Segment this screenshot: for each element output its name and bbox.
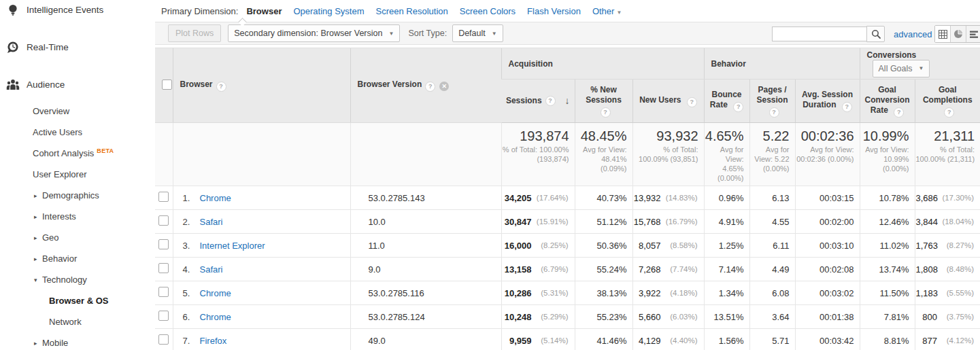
sidebar-item-user-explorer[interactable]: User Explorer bbox=[0, 164, 155, 185]
browser-link[interactable]: Internet Explorer bbox=[200, 241, 265, 251]
tab-screen-colors[interactable]: Screen Colors bbox=[460, 6, 516, 16]
goal-conv-rate-cell: 11.50% bbox=[860, 281, 915, 305]
table-row: 4.Safari 9.0 13,158(6.79%) 55.24% 7,268(… bbox=[155, 258, 980, 281]
column-header-browser[interactable]: Browser? bbox=[173, 48, 350, 123]
browser-link[interactable]: Firefox bbox=[200, 336, 227, 346]
performance-view-button[interactable] bbox=[966, 26, 980, 42]
goals-selector-dropdown[interactable]: All Goals ▼ bbox=[873, 60, 930, 77]
browser-link[interactable]: Safari bbox=[200, 264, 223, 275]
tab-flash-version[interactable]: Flash Version bbox=[527, 6, 581, 16]
help-icon[interactable]: ? bbox=[425, 82, 435, 92]
search-button[interactable] bbox=[866, 26, 885, 42]
totals-avg-duration: 00:02:36Avg for View: 00:02:36 (0.00%) bbox=[795, 123, 860, 186]
column-header-browser-version[interactable]: Browser Version?✕ bbox=[350, 48, 501, 123]
chevron-right-icon: ▸ bbox=[34, 340, 41, 347]
row-checkbox[interactable] bbox=[158, 239, 169, 249]
sidebar-item-demographics[interactable]: ▸Demographics bbox=[0, 185, 155, 206]
view-toggle-group bbox=[934, 25, 980, 43]
column-header-new-users[interactable]: New Users ? bbox=[632, 80, 704, 123]
sidebar-item-real-time[interactable]: Real-Time bbox=[0, 37, 155, 75]
chevron-down-icon: ▾ bbox=[34, 277, 41, 283]
sidebar-item-intelligence-events[interactable]: Intelligence Events bbox=[0, 0, 155, 37]
column-header-avg-duration[interactable]: Avg. Session Duration ? bbox=[795, 80, 860, 123]
new-sessions-cell: 51.12% bbox=[575, 210, 632, 234]
search-input[interactable] bbox=[772, 27, 867, 41]
sidebar-item-audience[interactable]: Audience bbox=[0, 75, 155, 101]
browser-link[interactable]: Safari bbox=[200, 217, 223, 227]
lightbulb-icon bbox=[5, 4, 20, 16]
plot-rows-button[interactable]: Plot Rows bbox=[168, 24, 221, 42]
goal-completions-cell: 3,686(17.30%) bbox=[915, 186, 980, 210]
table-row: 3.Internet Explorer 11.0 16,000(8.25%) 5… bbox=[155, 234, 980, 258]
browser-link[interactable]: Chrome bbox=[200, 193, 231, 203]
column-header-sessions[interactable]: Sessions?↓ bbox=[501, 80, 575, 123]
table-row: 5.Chrome 53.0.2785.116 10,286(5.31%) 38.… bbox=[155, 281, 980, 305]
column-header-goal-conv-rate[interactable]: Goal Conversion Rate ? bbox=[860, 80, 915, 123]
help-icon[interactable]: ? bbox=[216, 82, 226, 92]
column-header-new-sessions[interactable]: % New Sessions ? bbox=[575, 80, 632, 123]
sidebar-item-interests[interactable]: ▸Interests bbox=[0, 206, 155, 227]
help-icon[interactable]: ? bbox=[733, 102, 743, 112]
browser-link[interactable]: Chrome bbox=[200, 288, 231, 298]
new-sessions-cell: 40.73% bbox=[575, 186, 632, 210]
pages-session-cell: 6.13 bbox=[749, 186, 795, 210]
tab-screen-resolution[interactable]: Screen Resolution bbox=[376, 6, 448, 16]
help-icon[interactable]: ? bbox=[545, 96, 556, 106]
row-rank: 1. bbox=[183, 193, 200, 203]
help-icon[interactable]: ? bbox=[842, 102, 852, 112]
pages-session-cell: 4.55 bbox=[749, 210, 795, 234]
sessions-cell: 16,000(8.25%) bbox=[501, 234, 575, 258]
table-row: 7.Firefox 49.0 9,959(5.14%) 41.46% 4,129… bbox=[155, 329, 980, 350]
help-icon[interactable]: ? bbox=[687, 97, 697, 107]
pages-session-cell: 6.08 bbox=[749, 281, 795, 305]
row-rank: 6. bbox=[183, 312, 200, 322]
sidebar-item-cohort-analysis[interactable]: Cohort AnalysisBETA bbox=[0, 143, 155, 164]
select-all-checkbox[interactable] bbox=[162, 80, 172, 90]
beta-badge: BETA bbox=[97, 147, 114, 154]
column-header-bounce-rate[interactable]: Bounce Rate ? bbox=[704, 80, 749, 123]
help-icon[interactable]: ? bbox=[601, 107, 611, 118]
row-checkbox[interactable] bbox=[158, 334, 169, 345]
goal-conv-rate-cell: 12.46% bbox=[860, 210, 915, 234]
row-checkbox[interactable] bbox=[158, 287, 169, 297]
help-icon[interactable]: ? bbox=[894, 107, 904, 118]
group-header-conversions: Conversions All Goals ▼ bbox=[860, 48, 980, 80]
sessions-cell: 13,158(6.79%) bbox=[501, 258, 575, 281]
sidebar-item-behavior[interactable]: ▸Behavior bbox=[0, 248, 155, 269]
row-checkbox[interactable] bbox=[158, 215, 169, 226]
advanced-search-link[interactable]: advanced bbox=[894, 29, 932, 39]
sidebar-item-mobile[interactable]: ▸Mobile bbox=[0, 332, 155, 350]
secondary-dimension-dropdown[interactable]: Secondary dimension: Browser Version ▼ bbox=[228, 24, 400, 42]
sidebar-item-network[interactable]: Network bbox=[0, 311, 155, 332]
browser-version-cell: 9.0 bbox=[350, 258, 501, 281]
help-icon[interactable]: ? bbox=[944, 107, 954, 118]
new-sessions-cell: 38.13% bbox=[575, 281, 632, 305]
tab-other[interactable]: Other▼ bbox=[592, 6, 622, 16]
sessions-cell: 34,205(17.64%) bbox=[501, 186, 575, 210]
percentage-view-button[interactable] bbox=[950, 26, 966, 42]
sidebar-item-technology[interactable]: ▾Technology bbox=[0, 269, 155, 290]
column-header-goal-completions[interactable]: Goal Completions ? bbox=[915, 80, 980, 123]
new-users-cell: 13,932(14.83%) bbox=[632, 186, 704, 210]
sidebar-item-active-users[interactable]: Active Users bbox=[0, 122, 155, 143]
row-checkbox[interactable] bbox=[158, 192, 169, 202]
row-checkbox[interactable] bbox=[158, 263, 169, 273]
help-icon[interactable]: ? bbox=[769, 107, 779, 118]
remove-dimension-icon[interactable]: ✕ bbox=[439, 82, 449, 91]
pie-chart-icon bbox=[953, 29, 963, 39]
column-header-pages-session[interactable]: Pages / Session ? bbox=[749, 80, 795, 123]
browser-link[interactable]: Chrome bbox=[200, 312, 231, 322]
report-table: Browser? Browser Version?✕ Acquisition B… bbox=[155, 48, 980, 350]
browser-version-cell: 53.0.2785.143 bbox=[350, 186, 501, 210]
tab-operating-system[interactable]: Operating System bbox=[293, 6, 364, 16]
table-view-button[interactable] bbox=[935, 26, 950, 42]
sidebar-item-geo[interactable]: ▸Geo bbox=[0, 227, 155, 248]
tab-browser[interactable]: Browser bbox=[246, 6, 282, 16]
bounce-rate-cell: 1.56% bbox=[704, 329, 749, 350]
row-checkbox[interactable] bbox=[158, 311, 169, 321]
table-row: 2.Safari 10.0 30,847(15.91%) 51.12% 15,7… bbox=[155, 210, 980, 234]
sidebar-item-browser-os[interactable]: Browser & OS bbox=[0, 290, 155, 311]
sidebar-item-overview[interactable]: Overview bbox=[0, 101, 155, 122]
row-checkbox-cell bbox=[155, 186, 173, 210]
sort-type-dropdown[interactable]: Default ▼ bbox=[452, 24, 503, 42]
